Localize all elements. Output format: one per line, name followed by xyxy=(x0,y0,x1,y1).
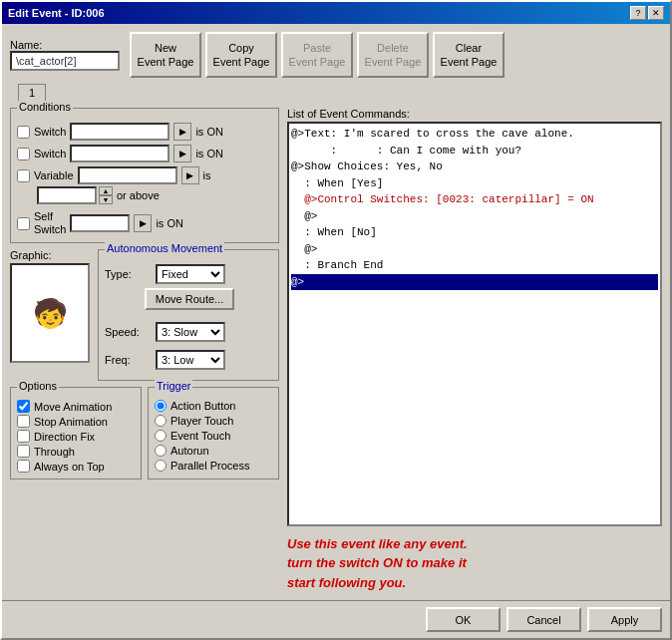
trigger-parallel-process: Parallel Process xyxy=(155,460,272,472)
ok-button[interactable]: OK xyxy=(426,607,501,632)
delete-event-page-button[interactable]: DeleteEvent Page xyxy=(357,32,429,78)
freq-row: Freq: 1: Lowest 2: Lower 3: Low 4: Norma… xyxy=(105,350,272,370)
sprite-icon: 🧒 xyxy=(33,297,68,330)
move-animation-checkbox[interactable] xyxy=(17,400,30,413)
event-line-4[interactable]: : When [Yes] xyxy=(291,175,658,192)
apply-button[interactable]: Apply xyxy=(587,607,662,632)
above-value-input[interactable] xyxy=(37,186,97,204)
spinner-up[interactable]: ▲ xyxy=(99,186,113,195)
player-touch-label: Player Touch xyxy=(170,415,233,427)
freq-label: Freq: xyxy=(105,354,150,366)
event-line-6[interactable]: @> xyxy=(291,208,658,225)
always-on-top-checkbox[interactable] xyxy=(17,460,30,473)
self-switch-label: SelfSwitch xyxy=(34,210,66,236)
event-line-2[interactable]: : : Can I come with you? xyxy=(291,143,658,160)
event-touch-radio[interactable] xyxy=(155,430,167,442)
switch2-input[interactable] xyxy=(70,145,169,162)
event-line-7[interactable]: : When [No] xyxy=(291,224,658,241)
spinner-down[interactable]: ▼ xyxy=(99,195,113,204)
name-label: Name: xyxy=(10,39,42,51)
action-button-label: Action Button xyxy=(170,400,235,412)
freq-select[interactable]: 1: Lowest 2: Lower 3: Low 4: Normal 5: H… xyxy=(156,350,225,370)
action-button-radio[interactable] xyxy=(155,400,167,412)
speed-label: Speed: xyxy=(105,326,150,338)
paste-event-page-button[interactable]: PasteEvent Page xyxy=(281,32,353,78)
switch1-checkbox[interactable] xyxy=(17,126,30,139)
self-switch-arrow[interactable]: ▶ xyxy=(134,214,152,232)
graphic-section: Graphic: 🧒 xyxy=(10,249,90,381)
always-on-top-label: Always on Top xyxy=(34,461,105,473)
type-select[interactable]: Fixed Random Approach Custom xyxy=(156,264,225,284)
event-list[interactable]: @>Text: I'm scared to cross the cave alo… xyxy=(287,122,662,526)
event-line-3[interactable]: @>Show Choices: Yes, No xyxy=(291,159,658,175)
close-button[interactable]: ✕ xyxy=(648,6,664,20)
switch2-checkbox[interactable] xyxy=(17,148,30,160)
self-switch-row: SelfSwitch ▶ is ON xyxy=(17,210,272,236)
through-label: Through xyxy=(34,446,75,458)
top-row: Name: NewEvent Page CopyEvent Page Paste… xyxy=(10,32,662,78)
variable-input[interactable] xyxy=(78,166,177,184)
option-move-animation: Move Animation xyxy=(17,400,135,413)
variable-checkbox[interactable] xyxy=(17,169,30,182)
event-line-8[interactable]: @> xyxy=(291,241,658,258)
options-list: Move Animation Stop Animation Direction … xyxy=(17,400,135,473)
option-direction-fix: Direction Fix xyxy=(17,430,135,443)
player-touch-radio[interactable] xyxy=(155,415,167,427)
bottom-bar: OK Cancel Apply xyxy=(2,600,670,638)
move-animation-label: Move Animation xyxy=(34,401,112,413)
parallel-process-radio[interactable] xyxy=(155,460,167,472)
graphic-label: Graphic: xyxy=(10,249,90,261)
parallel-process-label: Parallel Process xyxy=(170,460,249,472)
new-event-page-button[interactable]: NewEvent Page xyxy=(130,32,201,78)
left-panel: Conditions Switch ▶ is ON Switch xyxy=(10,108,279,592)
name-section: Name: xyxy=(10,39,120,71)
event-touch-label: Event Touch xyxy=(170,430,230,442)
stop-animation-label: Stop Animation xyxy=(34,416,108,428)
window-title: Edit Event - ID:006 xyxy=(8,7,105,19)
stop-animation-checkbox[interactable] xyxy=(17,415,30,428)
clear-event-page-button[interactable]: ClearEvent Page xyxy=(433,32,504,78)
switch1-input[interactable] xyxy=(70,123,169,141)
through-checkbox[interactable] xyxy=(17,445,30,458)
switch1-ison: is ON xyxy=(195,126,223,138)
or-above: or above xyxy=(117,189,160,201)
self-switch-input[interactable] xyxy=(70,214,130,232)
trigger-player-touch: Player Touch xyxy=(155,415,272,427)
type-label: Type: xyxy=(105,268,150,280)
variable-row: Variable ▶ is xyxy=(17,166,272,184)
option-stop-animation: Stop Animation xyxy=(17,415,135,428)
self-switch-checkbox[interactable] xyxy=(17,217,30,230)
name-input[interactable] xyxy=(10,51,120,71)
trigger-section: Trigger Action Button Player Touch xyxy=(148,387,279,480)
direction-fix-label: Direction Fix xyxy=(34,431,95,443)
switch1-arrow[interactable]: ▶ xyxy=(173,123,191,141)
trigger-event-touch: Event Touch xyxy=(155,430,272,442)
event-line-1[interactable]: @>Text: I'm scared to cross the cave alo… xyxy=(291,126,658,143)
above-spinner: ▲ ▼ xyxy=(99,186,113,204)
tab-1[interactable]: 1 xyxy=(18,84,46,102)
conditions-section: Conditions Switch ▶ is ON Switch xyxy=(10,108,279,243)
annotation-line1: Use this event like any event. xyxy=(287,534,662,554)
event-line-9[interactable]: : Branch End xyxy=(291,257,658,274)
event-line-5[interactable]: @>Control Switches: [0023: caterpillar] … xyxy=(291,191,658,208)
copy-event-page-button[interactable]: CopyEvent Page xyxy=(205,32,277,78)
autorun-label: Autorun xyxy=(170,445,209,457)
graphic-canvas[interactable]: 🧒 xyxy=(10,263,90,363)
event-line-10[interactable]: @> xyxy=(291,274,658,291)
toolbar-buttons: NewEvent Page CopyEvent Page PasteEvent … xyxy=(130,32,504,78)
self-switch-ison: is ON xyxy=(156,217,183,229)
main-area: Conditions Switch ▶ is ON Switch xyxy=(10,108,662,592)
title-bar-buttons: ? ✕ xyxy=(630,6,664,20)
speed-select[interactable]: 1: x8 Slower 2: x4 Slower 3: Slow 4: Nor… xyxy=(156,322,225,342)
variable-arrow[interactable]: ▶ xyxy=(181,166,199,184)
switch2-arrow[interactable]: ▶ xyxy=(173,145,191,162)
trigger-autorun: Autorun xyxy=(155,445,272,457)
autorun-radio[interactable] xyxy=(155,445,167,457)
direction-fix-checkbox[interactable] xyxy=(17,430,30,443)
move-route-button[interactable]: Move Route... xyxy=(145,288,234,310)
name-row-inner xyxy=(10,51,120,71)
cancel-button[interactable]: Cancel xyxy=(506,607,581,632)
speed-row: Speed: 1: x8 Slower 2: x4 Slower 3: Slow… xyxy=(105,322,272,342)
help-button[interactable]: ? xyxy=(630,6,646,20)
switch2-ison: is ON xyxy=(195,148,223,160)
